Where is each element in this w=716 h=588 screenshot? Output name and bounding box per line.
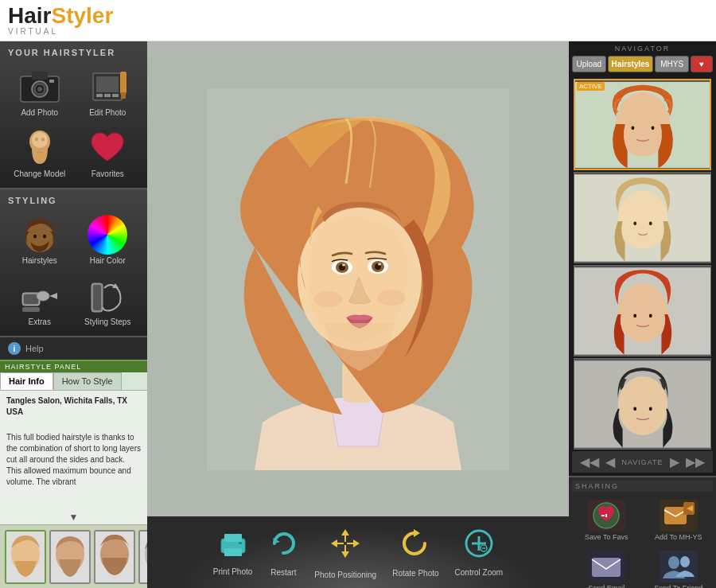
- restart-button[interactable]: Restart: [268, 528, 298, 577]
- thumbnail-strip: [0, 524, 147, 588]
- thumbnail-3[interactable]: [94, 530, 135, 584]
- send-email-button[interactable]: Send Email: [572, 547, 641, 588]
- svg-point-60: [649, 221, 652, 225]
- sharing-section: SHARING Save To Favs: [569, 477, 716, 588]
- logo-hair: Hair: [8, 3, 51, 28]
- hairstyle-panel-title: HAIRSTYLE PANEL: [0, 361, 147, 372]
- change-model-label: Change Model: [14, 169, 65, 178]
- change-model-button[interactable]: Change Model: [8, 125, 72, 181]
- svg-rect-1: [32, 72, 48, 80]
- hairstyles-button[interactable]: Hairstyles: [8, 212, 72, 268]
- scroll-arrow[interactable]: ▼: [0, 510, 147, 524]
- svg-point-73: [668, 556, 679, 569]
- rotate-photo-icon: [399, 528, 431, 566]
- extras-label: Extras: [29, 317, 51, 326]
- nav-next[interactable]: ▶: [670, 454, 679, 469]
- favorites-nav-tab[interactable]: ♥: [691, 56, 713, 72]
- svg-point-18: [33, 235, 37, 239]
- styling-steps-label: Styling Steps: [84, 317, 130, 326]
- svg-point-40: [378, 263, 381, 265]
- hairstyle-panel: HAIRSTYLE PANEL Hair Info How To Style T…: [0, 360, 147, 524]
- svg-rect-5: [49, 80, 54, 83]
- add-to-mhys-icon: [660, 500, 698, 532]
- hairstyles-tab[interactable]: Hairstyles: [608, 56, 654, 72]
- extras-button[interactable]: Extras: [8, 273, 72, 329]
- hair-thumb-1[interactable]: ACTIVE: [574, 79, 711, 170]
- svg-rect-23: [22, 307, 40, 312]
- hair-thumb-4[interactable]: [574, 358, 711, 450]
- hair-color-button[interactable]: Hair Color: [76, 212, 140, 268]
- nav-prev[interactable]: ◀: [605, 454, 615, 469]
- add-photo-button[interactable]: Add Photo: [8, 64, 72, 120]
- svg-rect-44: [224, 534, 242, 542]
- your-hairstyler-title: YOUR HAIRSTYLER: [8, 48, 139, 57]
- hair-color-icon: [84, 215, 131, 255]
- styling-section: STYLING Hairstyles: [0, 189, 147, 337]
- nav-label: NAVIGATE: [621, 458, 663, 466]
- svg-rect-21: [24, 294, 38, 304]
- restart-icon: [268, 528, 298, 565]
- svg-point-59: [633, 221, 636, 225]
- hair-info-tab[interactable]: Hair Info: [0, 372, 53, 390]
- styling-grid: Hairstyles Hair Color: [8, 212, 139, 329]
- photo-positioning-icon: [328, 526, 363, 567]
- nav-prev-prev[interactable]: ◀◀: [580, 454, 599, 469]
- hair-thumbnails: ACTIVE: [572, 77, 713, 451]
- svg-rect-45: [224, 548, 242, 556]
- svg-point-41: [314, 291, 343, 307]
- hair-thumb-2[interactable]: [574, 172, 711, 263]
- svg-point-4: [37, 87, 42, 92]
- svg-point-14: [32, 132, 48, 148]
- thumbnail-2[interactable]: [49, 530, 91, 584]
- thumbnail-4[interactable]: [138, 530, 147, 584]
- print-photo-icon: [218, 529, 248, 564]
- add-to-mhys-button[interactable]: Add To MH-YS: [644, 496, 714, 544]
- how-to-style-tab[interactable]: How To Style: [53, 372, 122, 390]
- upload-tab[interactable]: Upload: [572, 56, 606, 72]
- photo-positioning-button[interactable]: Photo Positioning: [314, 526, 376, 579]
- favorites-button[interactable]: Favorites: [76, 125, 140, 181]
- hair-thumb-3[interactable]: [574, 265, 711, 356]
- navigator-tabs: Upload Hairstyles MHYS ♥: [572, 56, 713, 72]
- help-bar[interactable]: i Help: [0, 337, 147, 360]
- styling-steps-button[interactable]: Styling Steps: [76, 273, 140, 329]
- help-label: Help: [25, 344, 44, 353]
- left-panel: YOUR HAIRSTYLER Add Photo: [0, 41, 147, 588]
- svg-point-63: [633, 313, 636, 317]
- restart-label: Restart: [270, 568, 296, 577]
- hairstyles-icon: [16, 215, 64, 255]
- color-wheel: [88, 215, 127, 255]
- change-model-icon: [16, 128, 64, 168]
- hair-description: This full bodied hairstyle is thanks to …: [6, 432, 141, 488]
- svg-point-39: [342, 263, 345, 266]
- sharing-grid: Save To Favs Add To MH-YS: [572, 496, 713, 588]
- print-photo-button[interactable]: Print Photo: [213, 529, 252, 576]
- logo: HairStyler VIRTUAL: [8, 5, 113, 36]
- nav-next-next[interactable]: ▶▶: [686, 454, 705, 469]
- main-layout: YOUR HAIRSTYLER Add Photo: [0, 41, 716, 588]
- svg-point-64: [649, 313, 652, 317]
- hairstyles-label: Hairstyles: [22, 256, 57, 265]
- svg-point-22: [37, 291, 49, 301]
- add-photo-icon: [16, 67, 64, 107]
- logo-styler: Styler: [51, 3, 113, 28]
- svg-point-15: [35, 138, 38, 142]
- send-to-friend-button[interactable]: Send To Friend: [644, 547, 714, 588]
- mhys-tab[interactable]: MHYS: [655, 56, 689, 72]
- svg-point-66: [618, 376, 668, 434]
- rotate-photo-button[interactable]: Rotate Photo: [392, 528, 438, 578]
- thumbnail-1[interactable]: [5, 530, 46, 584]
- hairstyle-content: Tangles Salon, Wichita Falls, TX USA Thi…: [0, 391, 147, 510]
- edit-photo-label: Edit Photo: [89, 108, 126, 117]
- svg-rect-46: [239, 542, 242, 544]
- favorites-icon: [84, 128, 131, 168]
- svg-rect-70: [664, 507, 687, 524]
- save-to-favs-button[interactable]: Save To Favs: [572, 496, 641, 544]
- svg-point-67: [633, 407, 636, 411]
- edit-photo-button[interactable]: Edit Photo: [76, 64, 140, 120]
- svg-point-19: [43, 235, 46, 239]
- save-to-favs-icon: [587, 500, 625, 532]
- extras-icon: [16, 276, 64, 316]
- control-zoom-button[interactable]: Control Zoom: [455, 528, 504, 577]
- nav-controls: ◀◀ ◀ NAVIGATE ▶ ▶▶: [572, 451, 713, 473]
